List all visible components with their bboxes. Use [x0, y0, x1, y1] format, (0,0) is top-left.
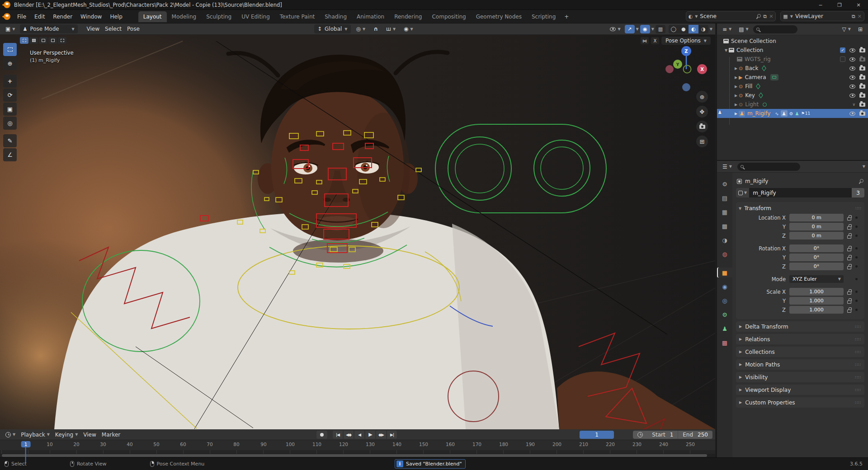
tool-annotate[interactable]: ✎	[3, 134, 17, 147]
menu-select[interactable]: Select	[102, 25, 124, 33]
tab-physics[interactable]: ◎	[719, 296, 731, 306]
maximize-button[interactable]: ❐	[830, 0, 849, 10]
expand-arrow-icon[interactable]: ▶	[733, 66, 739, 70]
disable-render-icon[interactable]	[859, 48, 865, 52]
disable-render-icon[interactable]	[859, 85, 865, 89]
menu-playback[interactable]: Playback▼	[18, 431, 52, 439]
row-fill[interactable]: ▶ ⊙ Fill	[717, 82, 868, 91]
location-y-field[interactable]: 0 m	[789, 223, 844, 230]
prev-keyframe-button[interactable]: ◀◆	[344, 431, 354, 439]
users-count-button[interactable]: 3	[852, 188, 864, 197]
tool-scale[interactable]: ▣	[3, 103, 17, 116]
lock-icon[interactable]	[847, 257, 851, 260]
play-reverse-button[interactable]: ◀	[354, 431, 364, 439]
scene-selector[interactable]: ◐ ▼ Scene ⧉ ✕	[686, 11, 776, 21]
menu-pose[interactable]: Pose	[124, 25, 142, 33]
section-custom-properties[interactable]: ▶Custom Properties∷∷	[736, 397, 864, 408]
object-type-visibility[interactable]: ▼	[607, 26, 623, 32]
menu-file[interactable]: File	[13, 12, 30, 22]
timeline-scrollbar[interactable]	[0, 454, 715, 457]
show-gizmo-toggle[interactable]: ↗	[625, 25, 635, 33]
scale-x-field[interactable]: 1.000	[789, 288, 844, 296]
menu-render[interactable]: Render	[49, 12, 76, 22]
row-key[interactable]: ▶ ⊙ Key	[717, 91, 868, 100]
properties-search-input[interactable]	[737, 163, 800, 171]
tab-world[interactable]: ◍	[719, 249, 731, 259]
properties-editor-selector[interactable]: ☰▼	[720, 163, 735, 171]
tab-view-layer[interactable]: ▩	[719, 221, 731, 231]
hide-viewport-icon[interactable]	[849, 112, 855, 116]
expand-arrow-icon[interactable]: ▶	[733, 75, 739, 80]
drag-grip-icon[interactable]: ∷∷	[856, 206, 862, 211]
disable-render-icon[interactable]	[859, 103, 865, 107]
hide-viewport-icon[interactable]	[849, 57, 855, 61]
hide-viewport-icon[interactable]	[849, 94, 855, 98]
tab-object[interactable]: ■	[717, 268, 732, 277]
row-collection[interactable]: ▼ Collection ✓	[717, 46, 868, 55]
rotation-mode-dropdown[interactable]: XYZ Euler▼	[789, 275, 844, 283]
menu-edit[interactable]: Edit	[30, 12, 49, 22]
menu-window[interactable]: Window	[76, 12, 106, 22]
hide-viewport-icon[interactable]	[849, 75, 855, 80]
pivot-point-selector[interactable]: ◎▼	[354, 25, 368, 33]
animate-dot[interactable]	[855, 291, 858, 293]
animate-dot[interactable]	[855, 278, 858, 280]
animate-dot[interactable]	[855, 300, 858, 302]
toggle-ortho-icon[interactable]: ⊞	[696, 136, 708, 147]
jump-to-end-button[interactable]: ▶|	[387, 431, 397, 439]
pin-id-icon[interactable]	[859, 179, 863, 183]
add-workspace-button[interactable]: +	[561, 11, 572, 22]
datablock-selector[interactable]: ▼	[736, 188, 749, 197]
current-frame-field[interactable]: 1	[580, 431, 614, 439]
tool-measure[interactable]: ∠	[3, 148, 17, 161]
section-motion-paths[interactable]: ▶Motion Paths∷∷	[736, 359, 864, 370]
disable-render-icon[interactable]	[859, 112, 865, 116]
rotation-x-field[interactable]: 0°	[789, 244, 844, 252]
object-name-field[interactable]: m_Rigify	[749, 188, 852, 197]
use-preview-range-toggle[interactable]	[633, 431, 647, 439]
remove-view-layer-icon[interactable]: ✕	[858, 14, 862, 19]
tab-render[interactable]: ▤	[719, 193, 731, 203]
expand-arrow-icon[interactable]: ▶	[733, 94, 739, 98]
section-delta-transform[interactable]: ▶Delta Transform∷∷	[736, 321, 864, 332]
transform-panel-header[interactable]: ▼ Transform ∷∷	[739, 204, 862, 213]
menu-keying[interactable]: Keying▼	[52, 431, 80, 439]
expand-arrow-icon[interactable]: ▶	[733, 85, 739, 89]
row-m-rigify[interactable]: ♟ ▶ ♟ m_Rigify ∿ ♟ ⚙ ♟ ⚑11	[717, 109, 868, 118]
collection-checkbox[interactable]	[840, 56, 845, 62]
viewport-3d[interactable]: ⊕ + ⟳ ▣ ◎ ✎ ∠ User Perspective (1) m_Rig…	[0, 35, 715, 429]
timeline-editor-selector[interactable]: ▼	[3, 431, 18, 438]
properties-options-icon[interactable]: ▼	[863, 164, 865, 169]
jump-to-start-button[interactable]: |◀	[333, 431, 343, 439]
row-camera[interactable]: ▶ ▶ Camera	[717, 73, 868, 82]
snap-toggle[interactable]: ∩	[371, 25, 381, 33]
tab-geometry-nodes[interactable]: Geometry Nodes	[471, 11, 527, 22]
tab-output[interactable]: ▦	[719, 207, 731, 217]
snap-settings[interactable]: ш▼	[383, 25, 398, 33]
hide-viewport-icon[interactable]	[849, 66, 855, 70]
lock-icon[interactable]	[847, 291, 851, 295]
tab-texture[interactable]: ▩	[719, 338, 731, 348]
scale-z-field[interactable]: 1.000	[789, 306, 844, 314]
new-collection-button[interactable]: ⊞	[855, 25, 865, 33]
select-mode-lasso[interactable]	[48, 37, 57, 44]
view-layer-selector[interactable]: ▦ ▼ ViewLayer ⧉ ✕	[780, 11, 864, 21]
tool-cursor[interactable]: ⊕	[3, 57, 17, 70]
mirror-butterfly-icon[interactable]: ⋈	[641, 37, 649, 44]
xray-toggle[interactable]: ▥	[656, 25, 665, 33]
location-z-field[interactable]: 0 m	[789, 232, 844, 240]
timeline-ruler[interactable]: 1 10 20 30 40 50 60 70 80 90 100 110 120…	[0, 440, 715, 450]
disable-render-icon[interactable]	[859, 94, 865, 98]
disable-render-icon[interactable]	[859, 66, 865, 70]
closed-eye-icon[interactable]: ∨	[852, 102, 855, 107]
outliner-editor-selector[interactable]: ≡▼	[720, 25, 734, 33]
tab-scene[interactable]: ◑	[719, 235, 731, 245]
zoom-icon[interactable]: ⊕	[696, 91, 708, 103]
lock-icon[interactable]	[847, 226, 851, 230]
new-view-layer-icon[interactable]: ⧉	[852, 14, 855, 19]
tab-rendering[interactable]: Rendering	[389, 11, 427, 22]
section-viewport-display[interactable]: ▶Viewport Display∷∷	[736, 385, 864, 395]
timeline-tick-strip[interactable]	[0, 450, 715, 454]
expand-arrow-icon[interactable]: ▼	[723, 48, 729, 52]
collection-checkbox[interactable]: ✓	[840, 47, 845, 53]
